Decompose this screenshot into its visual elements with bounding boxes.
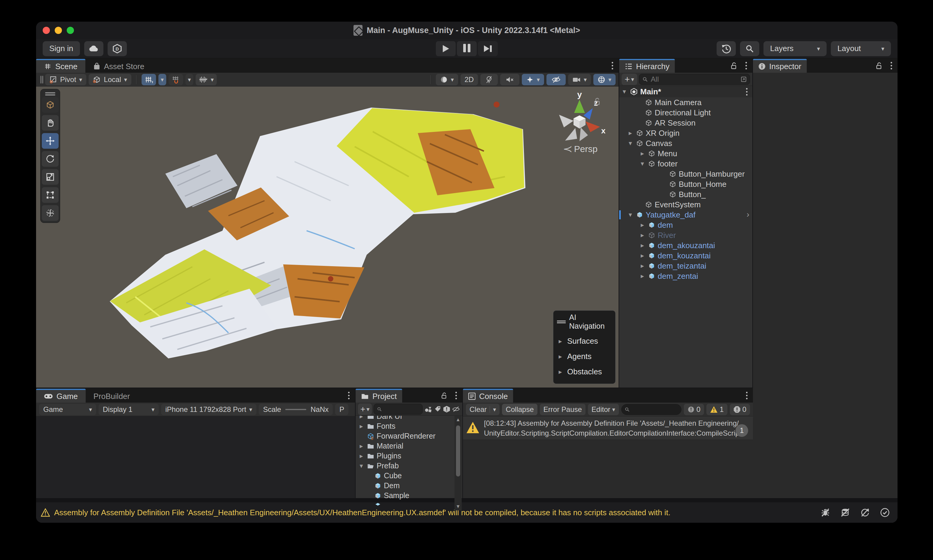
scene-visibility-toggle[interactable] — [547, 74, 566, 85]
foldout-arrow-icon[interactable]: ▸ — [358, 422, 365, 430]
tab-inspector[interactable]: Inspector — [753, 59, 807, 73]
perspective-toggle[interactable]: ≺ Persp — [564, 144, 597, 154]
sign-in-button[interactable]: Sign in — [43, 41, 80, 56]
rect-tool-button[interactable] — [42, 187, 59, 203]
move-tool-button[interactable] — [42, 133, 59, 149]
grid-visibility-toggle[interactable]: Y — [142, 74, 156, 85]
tab-console[interactable]: Console — [463, 389, 513, 403]
project-row[interactable]: {}ForwardRenderer — [356, 431, 454, 441]
zoom-window-button[interactable] — [67, 27, 74, 34]
info-count-toggle[interactable]: 0 — [684, 404, 704, 415]
filter-by-label-icon[interactable] — [434, 406, 441, 413]
hierarchy-search-input[interactable] — [650, 75, 738, 84]
effects-toggle[interactable]: ▾ — [522, 74, 544, 85]
hierarchy-row-prefab[interactable]: ▾Yatugatke_daf› — [619, 210, 752, 220]
game-panel-menu-button[interactable] — [347, 391, 351, 400]
scrollbar-thumb[interactable] — [456, 425, 460, 477]
foldout-arrow-icon[interactable]: ▸ — [627, 129, 634, 137]
scene-camera-dropdown[interactable]: ▾ — [568, 74, 591, 85]
tab-scene[interactable]: Scene — [36, 59, 85, 73]
foldout-arrow-icon[interactable]: ▸ — [358, 442, 365, 450]
hierarchy-row-prefab[interactable]: ▸dem_kouzantai — [619, 251, 752, 261]
foldout-arrow-icon[interactable]: ▸ — [639, 262, 646, 270]
resolution-dropdown[interactable]: iPhone 11 1792x828 Port▾ — [161, 404, 256, 415]
project-row[interactable]: ▸Fonts — [356, 421, 454, 431]
play-focused-dropdown-clipped[interactable]: P — [335, 404, 348, 415]
auto-refresh-disabled-button[interactable] — [857, 505, 873, 520]
ainav-agents-foldout[interactable]: ▸Agents — [557, 349, 612, 364]
view-tool-button[interactable] — [42, 97, 59, 113]
hierarchy-search[interactable] — [639, 74, 750, 85]
project-row[interactable]: ▾Prefab — [356, 461, 454, 471]
minimize-window-button[interactable] — [55, 27, 62, 34]
hierarchy-row-prefab[interactable]: ▸dem — [619, 220, 752, 230]
project-row[interactable]: Sample — [356, 491, 454, 500]
foldout-arrow-icon[interactable]: ▸ — [639, 252, 646, 260]
ainav-surfaces-foldout[interactable]: ▸Surfaces — [557, 334, 612, 349]
hierarchy-row-prefab[interactable]: ▸dem_zentai — [619, 271, 752, 281]
play-button[interactable] — [436, 41, 456, 56]
hierarchy-row-disabled[interactable]: ▸River — [619, 230, 752, 240]
tools-drag-handle[interactable] — [45, 92, 55, 94]
unlock-icon[interactable] — [441, 392, 448, 399]
cloud-services-button[interactable] — [84, 41, 103, 56]
filter-by-type-icon[interactable] — [425, 406, 432, 413]
foldout-arrow-icon[interactable]: ▸ — [639, 272, 646, 280]
shading-mode-dropdown[interactable]: ▾ — [436, 74, 458, 85]
axis-neg-cone[interactable] — [565, 128, 577, 141]
rotate-tool-button[interactable] — [42, 151, 59, 167]
scene-panel-menu-button[interactable] — [610, 61, 614, 71]
hierarchy-row[interactable]: Directional Light — [619, 108, 752, 118]
snap-increment-dropdown[interactable]: ▾ — [185, 74, 193, 85]
scene-menu-button[interactable] — [745, 87, 749, 97]
hierarchy-row-prefab[interactable]: ▸dem_akouzantai — [619, 240, 752, 251]
hierarchy-row[interactable]: Button_Hamburger — [619, 169, 752, 179]
pivot-dropdown[interactable]: Pivot▾ — [45, 74, 86, 85]
hierarchy-row-prefab[interactable]: ▸dem_teizantai — [619, 261, 752, 271]
hierarchy-menu-button[interactable] — [744, 61, 748, 71]
console-menu-button[interactable] — [745, 391, 749, 400]
gizmos-toggle[interactable]: ▾ — [593, 74, 616, 85]
pause-button[interactable] — [457, 41, 477, 56]
editor-ready-status-button[interactable] — [877, 505, 893, 520]
foldout-arrow-icon[interactable]: ▸ — [639, 242, 646, 249]
foldout-arrow-icon[interactable]: ▸ — [639, 149, 646, 157]
cache-server-disabled-button[interactable] — [838, 505, 853, 520]
local-dropdown[interactable]: Local▾ — [89, 74, 131, 85]
console-search[interactable] — [621, 404, 681, 415]
display-dropdown[interactable]: Display 1▾ — [99, 404, 159, 415]
pick-object-icon[interactable] — [741, 76, 747, 83]
gizmo-unlock-icon[interactable] — [593, 97, 601, 106]
snap-settings-button[interactable]: ▾ — [196, 74, 217, 85]
tab-asset-store[interactable]: Asset Store — [85, 60, 152, 73]
create-object-button[interactable]: +▾ — [622, 74, 637, 85]
scene-viewport[interactable]: y z x — [36, 86, 619, 388]
unlock-icon[interactable] — [730, 62, 737, 70]
tab-game[interactable]: Game — [36, 389, 86, 403]
hierarchy-row[interactable]: Button_Home — [619, 179, 752, 189]
project-row[interactable]: Dem — [356, 481, 454, 491]
project-row-clipped[interactable] — [356, 500, 454, 511]
foldout-arrow-icon[interactable]: ▾ — [621, 88, 628, 95]
ainav-drag-handle[interactable] — [557, 320, 566, 322]
editor-dropdown[interactable]: Editor▾ — [588, 404, 619, 415]
scale-slider-track[interactable] — [285, 409, 306, 410]
foldout-arrow-icon[interactable]: ▸ — [639, 231, 646, 239]
console-log-entry[interactable]: [08:12:43] Assembly for Assembly Definit… — [463, 416, 753, 440]
scroll-down-arrow[interactable]: ▼ — [456, 503, 460, 511]
step-button[interactable] — [478, 41, 498, 56]
collapse-button[interactable]: Collapse — [502, 404, 537, 415]
tab-project[interactable]: Project — [356, 389, 402, 403]
console-search-input[interactable] — [632, 405, 678, 414]
tab-probuilder[interactable]: ProBuilder — [86, 390, 138, 403]
undo-history-button[interactable] — [717, 41, 736, 56]
scene-audio-toggle[interactable] — [500, 74, 519, 85]
warnings-filter-icon[interactable] — [443, 406, 450, 413]
hierarchy-row[interactable]: EventSystem — [619, 200, 752, 210]
axis-neg-cone[interactable] — [579, 128, 588, 141]
error-pause-button[interactable]: Error Pause — [540, 404, 585, 415]
warning-count-toggle[interactable]: 1 — [707, 404, 727, 415]
hierarchy-row[interactable]: ▸XR Origin — [619, 128, 752, 138]
foldout-arrow-icon[interactable]: ▾ — [358, 462, 365, 470]
project-menu-button[interactable] — [454, 391, 458, 400]
